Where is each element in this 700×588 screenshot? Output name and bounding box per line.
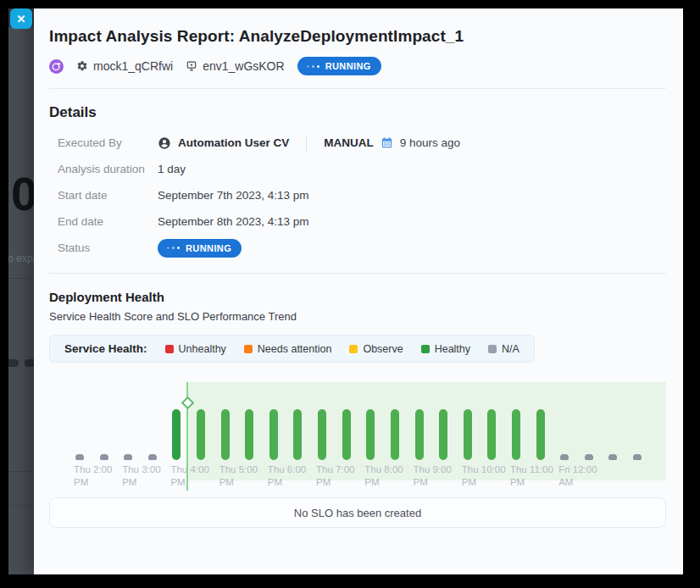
health-bar[interactable] [536, 409, 545, 460]
close-icon: ✕ [17, 13, 26, 25]
environment-chip: env1_wGsKOR [186, 59, 284, 73]
service-avatar-icon [49, 59, 64, 74]
x-axis-tick-label: Thu 5:00PM [219, 463, 258, 489]
legend-item: Observe [349, 343, 403, 355]
service-health-legend: Service Health: UnhealthyNeeds attention… [49, 335, 535, 363]
health-bar[interactable] [560, 454, 569, 460]
health-bar[interactable] [197, 409, 205, 460]
detail-row-status: Status RUNNING [49, 235, 666, 261]
detail-row-analysis-duration: Analysis duration 1 day [49, 156, 666, 182]
health-bar[interactable] [124, 454, 132, 460]
health-bar[interactable] [439, 409, 447, 460]
status-badge: RUNNING [158, 239, 242, 258]
environment-icon [186, 60, 197, 72]
chart-plot-area: Thu 2:00PMThu 3:00PMThu 4:00PMThu 5:00PM… [49, 382, 666, 491]
x-axis-tick-label: Thu 7:00PM [316, 463, 354, 489]
legend-label: Unhealthy [179, 343, 226, 355]
executed-by-user: Automation User CV [178, 136, 289, 149]
detail-row-executed-by: Executed By Automation User CV MANUAL [49, 130, 666, 156]
x-axis-tick-label: Fri 12:00AM [558, 463, 597, 489]
legend-label: Observe [363, 343, 403, 355]
health-bar[interactable] [221, 409, 230, 460]
service-health-chart: Thu 2:00PMThu 3:00PMThu 4:00PMThu 5:00PM… [49, 382, 666, 491]
detail-value: 1 day [158, 163, 186, 175]
health-bar[interactable] [415, 409, 424, 460]
legend-swatch-icon [244, 345, 253, 353]
x-axis-tick-label: Thu 10:00PM [462, 463, 506, 489]
legend-label: Needs attention [258, 343, 332, 355]
deployment-health-section: Deployment Health Service Health Score a… [34, 274, 683, 528]
legend-title: Service Health: [64, 342, 147, 355]
background-icon-shape [8, 359, 19, 367]
health-bar[interactable] [342, 409, 351, 460]
running-dots-icon [307, 65, 319, 68]
background-partial-text: To expa [8, 252, 34, 264]
drawer-header: Impact Analysis Report: AnalyzeDeploymen… [34, 8, 683, 89]
details-heading: Details [49, 104, 666, 121]
executed-time: 9 hours ago [400, 136, 460, 149]
drawer-title: Impact Analysis Report: AnalyzeDeploymen… [49, 27, 666, 46]
detail-label: End date [49, 215, 158, 228]
health-bar[interactable] [269, 409, 278, 460]
legend-label: N/A [502, 343, 519, 355]
x-axis-tick-label: Thu 3:00PM [122, 463, 160, 489]
environment-name: env1_wGsKOR [203, 59, 284, 73]
slo-empty-message: No SLO has been created [294, 507, 421, 519]
deployment-health-heading: Deployment Health [49, 290, 666, 304]
detail-label: Executed By [49, 136, 158, 149]
impact-analysis-drawer: Impact Analysis Report: AnalyzeDeploymen… [34, 8, 683, 574]
x-axis-tick-label: Thu 4:00PM [170, 463, 208, 489]
legend-swatch-icon [421, 345, 430, 353]
legend-item: Needs attention [244, 343, 332, 355]
vertical-divider [306, 135, 307, 152]
health-bar[interactable] [487, 409, 496, 460]
health-bar[interactable] [245, 409, 253, 460]
health-bar[interactable] [366, 409, 375, 460]
background-divider [8, 505, 34, 506]
legend-item: N/A [488, 343, 519, 355]
deployment-health-subtitle: Service Health Score and SLO Performance… [49, 310, 666, 323]
x-axis-tick-label: Thu 8:00PM [364, 463, 403, 489]
legend-swatch-icon [349, 345, 358, 353]
x-axis-tick-label: Thu 6:00PM [268, 463, 306, 489]
detail-label: Start date [49, 189, 158, 202]
health-bar[interactable] [318, 409, 326, 460]
background-big-number: 0 [11, 166, 34, 221]
detail-row-end-date: End date September 8th 2023, 4:13 pm [49, 208, 666, 235]
monitored-service-chip: mock1_qCRfwi [76, 59, 173, 73]
x-axis-tick-label: Thu 11:00PM [510, 463, 553, 489]
health-bar[interactable] [585, 454, 593, 460]
dimmed-background-page: 0 To expa [8, 8, 34, 574]
health-bar[interactable] [100, 454, 108, 460]
health-bar[interactable] [391, 409, 399, 460]
legend-label: Healthy [435, 343, 470, 355]
health-bar[interactable] [633, 454, 642, 460]
meta-row: mock1_qCRfwi env1_wGsKOR RUNNING [49, 57, 666, 75]
health-bar[interactable] [148, 454, 157, 460]
screen-frame: 0 To expa ✕ Impact Analysis Report: Anal… [8, 8, 683, 574]
gear-icon [76, 60, 88, 72]
details-section: Details Executed By Automation User CV M… [34, 89, 683, 274]
slo-empty-state: No SLO has been created [49, 497, 666, 528]
x-axis-tick-label: Thu 2:00PM [74, 463, 112, 489]
trigger-type: MANUAL [324, 136, 374, 149]
health-bar[interactable] [512, 409, 520, 460]
legend-items: UnhealthyNeeds attentionObserveHealthyN/… [165, 343, 519, 355]
health-bar[interactable] [172, 409, 181, 460]
health-bar[interactable] [293, 409, 302, 460]
background-divider [8, 471, 34, 472]
background-icon-shape [25, 359, 34, 367]
health-bar[interactable] [608, 454, 617, 460]
close-button[interactable]: ✕ [10, 8, 32, 29]
status-badge: RUNNING [297, 57, 381, 75]
detail-label: Analysis duration [49, 163, 158, 175]
legend-item: Unhealthy [165, 343, 226, 355]
legend-swatch-icon [488, 345, 497, 353]
status-badge-label: RUNNING [325, 61, 371, 71]
user-icon [158, 136, 171, 150]
health-bar[interactable] [75, 454, 84, 460]
mock-service-name: mock1_qCRfwi [93, 59, 173, 73]
detail-row-start-date: Start date September 7th 2023, 4:13 pm [49, 182, 666, 208]
status-badge-label: RUNNING [186, 243, 231, 253]
health-bar[interactable] [464, 409, 472, 460]
